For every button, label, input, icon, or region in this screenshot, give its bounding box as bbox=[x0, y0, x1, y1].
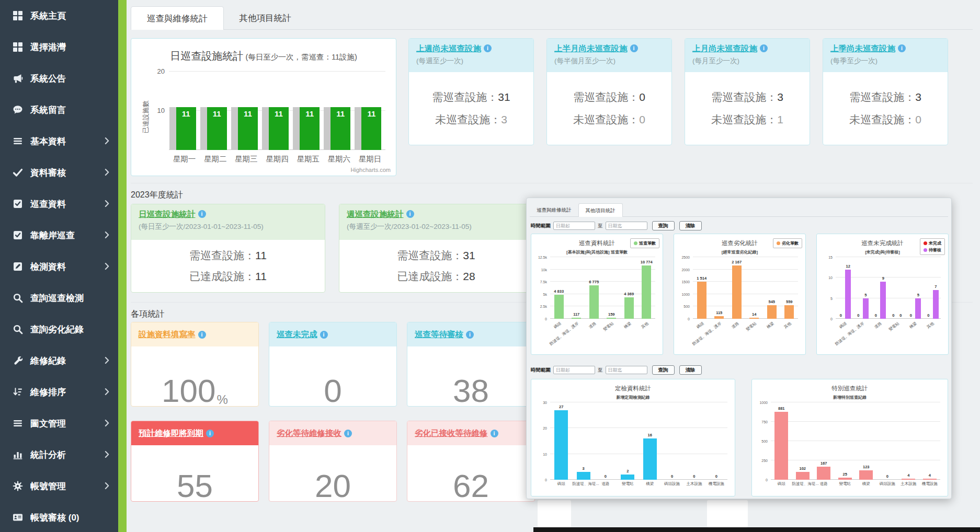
bar-stack: 1 514 bbox=[697, 276, 706, 319]
card-title-link[interactable]: 上月尚未巡查設施 bbox=[692, 44, 757, 53]
info-icon[interactable]: i bbox=[466, 331, 474, 339]
info-icon[interactable]: i bbox=[760, 44, 768, 52]
card-title-link[interactable]: 上半月尚未巡查設施 bbox=[554, 44, 628, 53]
summary-card-header: 上週尚未巡查設施i(每週至少一次) bbox=[409, 39, 533, 72]
sidebar-item-berthing-patrol[interactable]: 靠離岸巡查 bbox=[0, 219, 118, 251]
chart-column: 559其他 bbox=[781, 257, 799, 349]
sidebar-item-announcements[interactable]: 系統公告 bbox=[0, 63, 118, 94]
chart-column: 05橋梁 bbox=[906, 257, 924, 349]
x-axis-label: 橋梁 bbox=[620, 319, 638, 349]
card-title-link[interactable]: 巡查未完成 bbox=[277, 329, 317, 340]
chart-column: 05防波堤、海堤、護岸 bbox=[853, 257, 871, 349]
info-icon[interactable]: i bbox=[630, 44, 638, 52]
y-tick-label: 0 bbox=[766, 478, 768, 482]
bar-stack: 16 bbox=[643, 433, 657, 480]
sidebar-item-select-harbor[interactable]: 選擇港灣 bbox=[0, 31, 118, 63]
legend-item[interactable]: 劣化筆數 bbox=[777, 240, 799, 246]
mini-chart-title: 特別巡查統計 bbox=[752, 385, 948, 392]
y-axis: 0102030 bbox=[534, 402, 548, 480]
sidebar-item-label: 查詢劣化紀錄 bbox=[30, 323, 110, 336]
sidebar-item-label: 靠離岸巡查 bbox=[30, 229, 105, 241]
info-icon[interactable]: i bbox=[206, 430, 214, 437]
sidebar-item-statistics-analysis[interactable]: 統計分析 bbox=[0, 439, 118, 470]
summary-card-body: 需巡查設施：31未巡查設施：3 bbox=[409, 72, 533, 145]
stat-value: 100 bbox=[162, 375, 215, 407]
sidebar-item-label: 資料審核 bbox=[30, 167, 105, 179]
mini-bar-chart: 02.5k5k7.5k10k12.5k4 833碼頭117防波堤、海堤、護岸6 … bbox=[534, 257, 658, 349]
card-title-link[interactable]: 上季尚未巡查設施 bbox=[830, 44, 895, 53]
summary-card-body: 需巡查設施：0未巡查設施：0 bbox=[547, 72, 671, 145]
bar bbox=[554, 410, 568, 480]
highcharts-credit-link[interactable]: Highcharts.com bbox=[351, 167, 391, 173]
info-icon[interactable]: i bbox=[344, 430, 352, 437]
chart-column: 00變電站 bbox=[888, 257, 906, 349]
info-icon[interactable]: i bbox=[491, 430, 498, 437]
card-title-link[interactable]: 劣化等待維修接收 bbox=[277, 428, 341, 439]
date-to-input[interactable] bbox=[606, 366, 647, 374]
tab-other-item-stats[interactable]: 其他項目統計 bbox=[224, 6, 307, 29]
bar-value-label: 2 bbox=[626, 469, 629, 473]
card-title-link[interactable]: 上週尚未巡查設施 bbox=[416, 44, 481, 53]
y-tick-label: 0 bbox=[830, 317, 833, 321]
card-title-link[interactable]: 週巡查設施統計 bbox=[347, 210, 404, 218]
clear-button[interactable]: 清除 bbox=[679, 365, 702, 375]
tab-inspection-maintenance-stats[interactable]: 巡查與維修統計 bbox=[131, 6, 224, 30]
sidebar-item-patrol-data[interactable]: 巡查資料 bbox=[0, 188, 118, 219]
card-title-link[interactable]: 劣化已接收等待維修 bbox=[415, 428, 488, 439]
bar-value-label: 159 bbox=[608, 312, 615, 317]
sidebar-item-basic-data[interactable]: 基本資料 bbox=[0, 125, 118, 157]
annual-card: 日巡查設施統計i(每日至少一次/2023-01-01~2023-11-05)需巡… bbox=[131, 204, 325, 293]
sidebar-item-query-degradation-records[interactable]: 查詢劣化紀錄 bbox=[0, 314, 118, 345]
sidebar-item-data-review[interactable]: 資料審核 bbox=[0, 157, 118, 188]
chart-title: 日巡查設施統計 bbox=[170, 50, 243, 62]
date-from-input[interactable] bbox=[553, 222, 595, 230]
mini-bar-chart: 051015012碼頭05防波堤、海堤、護岸09道路00變電站05橋梁07其他 bbox=[820, 257, 944, 349]
stat-line: 需巡查設施：11 bbox=[189, 248, 267, 263]
info-icon[interactable]: i bbox=[898, 44, 906, 52]
card-title-link[interactable]: 設施資料填寫率 bbox=[139, 329, 196, 340]
stat-card-body: 20 bbox=[269, 445, 396, 502]
date-from-input[interactable] bbox=[553, 366, 595, 374]
info-icon[interactable]: i bbox=[320, 331, 328, 339]
sidebar-item-account-review[interactable]: 帳號審核 (0) bbox=[0, 502, 118, 532]
bar-stack: 5 bbox=[863, 293, 869, 319]
card-title-link[interactable]: 預計維修即將到期 bbox=[139, 428, 203, 439]
sidebar-item-maintenance-order[interactable]: 維修排序 bbox=[0, 376, 118, 408]
mini-chart-subtitle: 新增特別巡查紀錄 bbox=[752, 395, 948, 400]
sidebar-item-account-management[interactable]: 帳號管理 bbox=[0, 470, 118, 502]
sidebar-item-graphics-management[interactable]: 圖文管理 bbox=[0, 408, 118, 439]
search-button[interactable]: 查詢 bbox=[652, 221, 675, 230]
overlay-tab-inspection-maintenance[interactable]: 巡查與維修統計 bbox=[530, 203, 578, 216]
stat-card-header: 劣化等待維修接收i bbox=[269, 421, 396, 445]
bar-value-label: 559 bbox=[786, 299, 793, 304]
legend-item[interactable]: 巡查筆數 bbox=[634, 240, 656, 246]
sidebar-item-messages[interactable]: 系統留言 bbox=[0, 94, 118, 125]
clear-button[interactable]: 清除 bbox=[679, 221, 702, 230]
sidebar-item-inspection-data[interactable]: 檢測資料 bbox=[0, 251, 118, 282]
x-axis-label: 星期三 bbox=[231, 154, 261, 164]
x-axis-label: 變電站 bbox=[888, 319, 906, 349]
overlay-tab-other-items[interactable]: 其他項目統計 bbox=[578, 203, 623, 217]
info-icon[interactable]: i bbox=[406, 210, 414, 218]
chart-column: 2變電站 bbox=[617, 402, 639, 490]
bar-stack: 2 167 bbox=[732, 260, 742, 319]
info-icon[interactable]: i bbox=[198, 331, 206, 339]
daily-patrol-chart-card: 日巡查設施統計 (每日至少一次，需巡查：11設施) 已達設施數 10201111… bbox=[131, 38, 396, 176]
info-icon[interactable]: i bbox=[198, 210, 206, 218]
date-to-input[interactable] bbox=[606, 222, 647, 230]
to-label: 至 bbox=[598, 367, 603, 374]
sidebar-item-maintenance-records[interactable]: 維修紀錄 bbox=[0, 345, 118, 376]
sidebar-item-home[interactable]: 系統主頁 bbox=[0, 0, 118, 31]
bar-zone: 159 bbox=[603, 257, 621, 319]
bar bbox=[863, 298, 869, 319]
legend-item[interactable]: 未完成 bbox=[924, 240, 941, 246]
card-title-link[interactable]: 日巡查設施統計 bbox=[139, 210, 196, 218]
info-icon[interactable]: i bbox=[484, 44, 492, 52]
card-title-link[interactable]: 巡查等待審核 bbox=[415, 329, 463, 340]
card-subtitle: (每半個月至少一次) bbox=[554, 56, 664, 66]
bar-value-label: 16 bbox=[648, 433, 652, 437]
sidebar-item-query-patrol-inspection[interactable]: 查詢巡查檢測 bbox=[0, 282, 118, 314]
chevron-right-icon bbox=[105, 482, 110, 490]
search-button[interactable]: 查詢 bbox=[652, 365, 675, 375]
legend-item[interactable]: 待審核 bbox=[924, 247, 941, 253]
